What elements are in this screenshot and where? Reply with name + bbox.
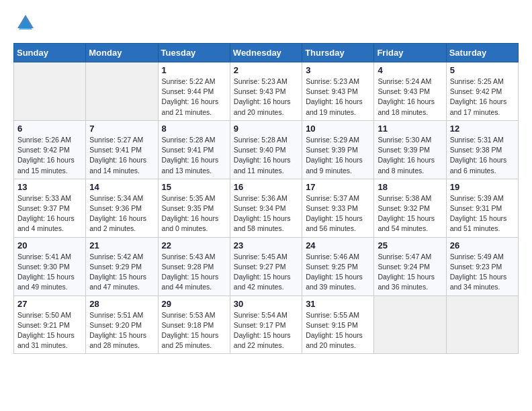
day-number: 3 [306,65,370,75]
day-info: Sunrise: 5:34 AM Sunset: 9:36 PM Dayligh… [89,193,154,234]
day-info: Sunrise: 5:45 AM Sunset: 9:27 PM Dayligh… [234,252,298,293]
logo-icon [16,13,35,32]
calendar-cell: 3Sunrise: 5:23 AM Sunset: 9:43 PM Daylig… [302,62,374,121]
day-info: Sunrise: 5:28 AM Sunset: 9:41 PM Dayligh… [162,135,226,176]
calendar-cell: 21Sunrise: 5:42 AM Sunset: 9:29 PM Dayli… [86,237,158,295]
day-number: 10 [306,124,370,134]
day-info: Sunrise: 5:54 AM Sunset: 9:17 PM Dayligh… [234,310,298,351]
calendar-cell: 12Sunrise: 5:31 AM Sunset: 9:38 PM Dayli… [446,120,518,179]
day-number: 22 [162,240,226,250]
day-info: Sunrise: 5:29 AM Sunset: 9:39 PM Dayligh… [306,135,370,176]
calendar-cell: 15Sunrise: 5:35 AM Sunset: 9:35 PM Dayli… [158,179,230,237]
day-number: 9 [234,124,298,134]
calendar-cell: 24Sunrise: 5:46 AM Sunset: 9:25 PM Dayli… [302,237,374,295]
day-info: Sunrise: 5:47 AM Sunset: 9:24 PM Dayligh… [378,252,442,293]
calendar-cell: 11Sunrise: 5:30 AM Sunset: 9:39 PM Dayli… [374,120,446,179]
day-number: 18 [378,182,442,192]
day-header-monday: Monday [86,44,158,62]
day-info: Sunrise: 5:30 AM Sunset: 9:39 PM Dayligh… [378,135,442,176]
day-number: 27 [17,299,82,309]
day-info: Sunrise: 5:36 AM Sunset: 9:34 PM Dayligh… [234,193,298,234]
calendar-cell: 16Sunrise: 5:36 AM Sunset: 9:34 PM Dayli… [230,179,302,237]
day-number: 25 [378,240,442,250]
calendar-cell: 17Sunrise: 5:37 AM Sunset: 9:33 PM Dayli… [302,179,374,237]
day-number: 2 [234,65,298,75]
day-number: 17 [306,182,370,192]
calendar-cell: 9Sunrise: 5:28 AM Sunset: 9:40 PM Daylig… [230,120,302,179]
day-number: 23 [234,240,298,250]
day-number: 24 [306,240,370,250]
page-header [13,13,519,32]
day-info: Sunrise: 5:51 AM Sunset: 9:20 PM Dayligh… [89,310,154,351]
calendar-cell: 1Sunrise: 5:22 AM Sunset: 9:44 PM Daylig… [158,62,230,121]
logo [13,13,35,32]
day-number: 28 [89,299,154,309]
calendar-cell: 29Sunrise: 5:53 AM Sunset: 9:18 PM Dayli… [158,295,230,354]
day-header-thursday: Thursday [302,44,374,62]
calendar-cell: 6Sunrise: 5:26 AM Sunset: 9:42 PM Daylig… [14,120,86,179]
calendar-cell: 7Sunrise: 5:27 AM Sunset: 9:41 PM Daylig… [86,120,158,179]
calendar-cell [446,295,518,354]
day-info: Sunrise: 5:23 AM Sunset: 9:43 PM Dayligh… [234,77,298,118]
day-number: 30 [234,299,298,309]
day-info: Sunrise: 5:26 AM Sunset: 9:42 PM Dayligh… [17,135,82,176]
day-number: 29 [162,299,226,309]
calendar-week-row: 13Sunrise: 5:33 AM Sunset: 9:37 PM Dayli… [14,179,519,237]
calendar-week-row: 6Sunrise: 5:26 AM Sunset: 9:42 PM Daylig… [14,120,519,179]
day-info: Sunrise: 5:33 AM Sunset: 9:37 PM Dayligh… [17,193,82,234]
day-info: Sunrise: 5:35 AM Sunset: 9:35 PM Dayligh… [162,193,226,234]
day-number: 16 [234,182,298,192]
day-number: 7 [89,124,154,134]
day-number: 20 [17,240,82,250]
day-info: Sunrise: 5:39 AM Sunset: 9:31 PM Dayligh… [450,193,515,234]
calendar-cell: 18Sunrise: 5:38 AM Sunset: 9:32 PM Dayli… [374,179,446,237]
calendar-cell [14,62,86,121]
day-info: Sunrise: 5:37 AM Sunset: 9:33 PM Dayligh… [306,193,370,234]
day-number: 4 [378,65,442,75]
day-number: 5 [450,65,515,75]
day-info: Sunrise: 5:27 AM Sunset: 9:41 PM Dayligh… [89,135,154,176]
calendar-cell: 20Sunrise: 5:41 AM Sunset: 9:30 PM Dayli… [14,237,86,295]
day-info: Sunrise: 5:23 AM Sunset: 9:43 PM Dayligh… [306,77,370,118]
day-info: Sunrise: 5:50 AM Sunset: 9:21 PM Dayligh… [17,310,82,351]
calendar-table: SundayMondayTuesdayWednesdayThursdayFrid… [13,43,519,354]
day-header-tuesday: Tuesday [158,44,230,62]
calendar-cell: 22Sunrise: 5:43 AM Sunset: 9:28 PM Dayli… [158,237,230,295]
day-number: 6 [17,124,82,134]
day-header-sunday: Sunday [14,44,86,62]
calendar-cell: 2Sunrise: 5:23 AM Sunset: 9:43 PM Daylig… [230,62,302,121]
day-number: 11 [378,124,442,134]
calendar-cell: 8Sunrise: 5:28 AM Sunset: 9:41 PM Daylig… [158,120,230,179]
day-info: Sunrise: 5:38 AM Sunset: 9:32 PM Dayligh… [378,193,442,234]
calendar-cell: 5Sunrise: 5:25 AM Sunset: 9:42 PM Daylig… [446,62,518,121]
day-info: Sunrise: 5:53 AM Sunset: 9:18 PM Dayligh… [162,310,226,351]
day-number: 19 [450,182,515,192]
day-header-saturday: Saturday [446,44,518,62]
day-number: 1 [162,65,226,75]
calendar-cell [86,62,158,121]
calendar-cell: 19Sunrise: 5:39 AM Sunset: 9:31 PM Dayli… [446,179,518,237]
calendar-cell: 30Sunrise: 5:54 AM Sunset: 9:17 PM Dayli… [230,295,302,354]
day-number: 12 [450,124,515,134]
calendar-cell: 28Sunrise: 5:51 AM Sunset: 9:20 PM Dayli… [86,295,158,354]
calendar-cell: 23Sunrise: 5:45 AM Sunset: 9:27 PM Dayli… [230,237,302,295]
day-info: Sunrise: 5:24 AM Sunset: 9:43 PM Dayligh… [378,77,442,118]
day-info: Sunrise: 5:46 AM Sunset: 9:25 PM Dayligh… [306,252,370,293]
calendar-week-row: 1Sunrise: 5:22 AM Sunset: 9:44 PM Daylig… [14,62,519,121]
calendar-cell [374,295,446,354]
calendar-cell: 4Sunrise: 5:24 AM Sunset: 9:43 PM Daylig… [374,62,446,121]
day-info: Sunrise: 5:25 AM Sunset: 9:42 PM Dayligh… [450,77,515,118]
day-info: Sunrise: 5:43 AM Sunset: 9:28 PM Dayligh… [162,252,226,293]
day-info: Sunrise: 5:31 AM Sunset: 9:38 PM Dayligh… [450,135,515,176]
calendar-cell: 31Sunrise: 5:55 AM Sunset: 9:15 PM Dayli… [302,295,374,354]
calendar-cell: 25Sunrise: 5:47 AM Sunset: 9:24 PM Dayli… [374,237,446,295]
calendar-cell: 14Sunrise: 5:34 AM Sunset: 9:36 PM Dayli… [86,179,158,237]
day-header-wednesday: Wednesday [230,44,302,62]
day-number: 26 [450,240,515,250]
calendar-week-row: 27Sunrise: 5:50 AM Sunset: 9:21 PM Dayli… [14,295,519,354]
day-info: Sunrise: 5:28 AM Sunset: 9:40 PM Dayligh… [234,135,298,176]
day-info: Sunrise: 5:55 AM Sunset: 9:15 PM Dayligh… [306,310,370,351]
day-number: 13 [17,182,82,192]
day-info: Sunrise: 5:22 AM Sunset: 9:44 PM Dayligh… [162,77,226,118]
calendar-cell: 27Sunrise: 5:50 AM Sunset: 9:21 PM Dayli… [14,295,86,354]
